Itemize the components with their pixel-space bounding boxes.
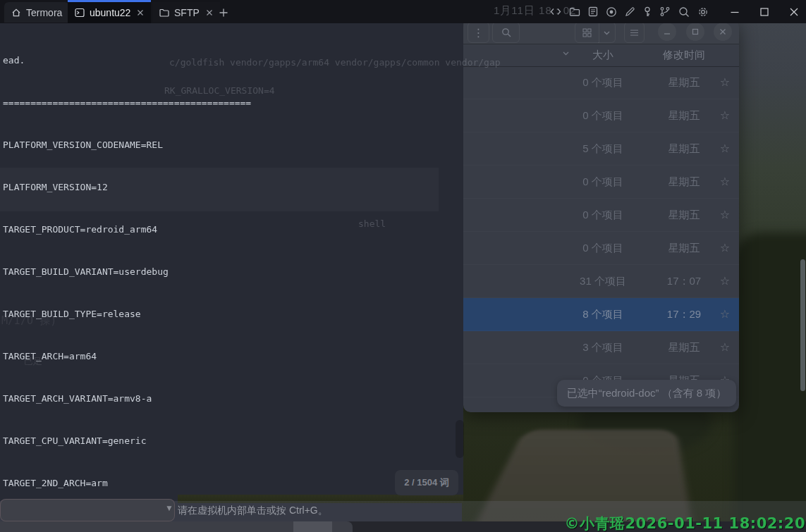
app-titlebar: 1月11日 18：02 Termora ubuntu22 SFTP bbox=[0, 0, 806, 23]
table-row[interactable]: 31 个项目 17：07 ☆ bbox=[463, 265, 739, 298]
word-count-badge: 2 / 1504 词 bbox=[395, 470, 458, 495]
new-tab-button[interactable] bbox=[212, 2, 236, 23]
kebab-menu-button[interactable]: ⋮ bbox=[468, 22, 489, 43]
minimize-button[interactable] bbox=[730, 7, 740, 17]
modified-cell: 星期五 bbox=[652, 199, 716, 231]
hamburger-icon bbox=[630, 29, 639, 37]
fm-main-menu-button[interactable] bbox=[624, 22, 645, 43]
column-header-size[interactable]: 大小 bbox=[568, 44, 638, 66]
star-icon[interactable]: ☆ bbox=[714, 99, 735, 132]
modified-cell: 星期五 bbox=[652, 166, 716, 198]
tab-label: ubuntu22 bbox=[90, 7, 130, 18]
size-cell: 5 个项目 bbox=[568, 132, 638, 165]
dropdown-caret-icon[interactable]: ▼ bbox=[165, 503, 173, 513]
table-row[interactable]: 0 个项目 星期五 ☆ bbox=[463, 99, 739, 132]
tab-ubuntu22[interactable]: ubuntu22 bbox=[68, 0, 151, 23]
modified-cell: 17：29 bbox=[652, 298, 716, 330]
fm-minimize-button[interactable] bbox=[658, 23, 676, 41]
modified-cell: 星期五 bbox=[652, 331, 716, 364]
table-row[interactable]: 0 个项目 星期五 ☆ bbox=[463, 199, 739, 232]
star-icon[interactable]: ☆ bbox=[714, 232, 735, 264]
grid-view-icon bbox=[582, 28, 592, 37]
code-icon[interactable] bbox=[550, 6, 561, 17]
folder-icon[interactable] bbox=[569, 7, 580, 17]
size-cell: 31 个项目 bbox=[568, 265, 638, 297]
tab-close-icon[interactable] bbox=[137, 9, 144, 16]
minimize-icon bbox=[664, 28, 671, 35]
modified-cell: 星期五 bbox=[652, 232, 716, 264]
search-icon[interactable] bbox=[678, 6, 690, 18]
star-icon[interactable]: ☆ bbox=[714, 265, 735, 297]
star-icon[interactable]: ☆ bbox=[714, 199, 735, 231]
taskbar-item[interactable] bbox=[293, 521, 332, 532]
terminal-icon bbox=[75, 8, 85, 18]
search-icon bbox=[501, 27, 511, 37]
file-list-header: 大小 修改时间 bbox=[463, 44, 739, 67]
size-cell: 0 个项目 bbox=[568, 166, 638, 198]
star-icon[interactable]: ☆ bbox=[714, 331, 735, 364]
star-icon[interactable]: ☆ bbox=[714, 132, 735, 165]
selection-status-toast: 已选中“redroid-doc” （含有 8 项） bbox=[557, 380, 736, 407]
view-options-dropdown[interactable] bbox=[598, 22, 616, 43]
table-row-selected[interactable]: 8 个项目 17：29 ☆ bbox=[463, 298, 739, 331]
modified-cell: 星期五 bbox=[652, 132, 716, 165]
tab-label: SFTP bbox=[174, 7, 200, 18]
pencil-icon[interactable] bbox=[625, 6, 635, 17]
key-icon[interactable] bbox=[643, 6, 652, 18]
watermark-timestamp: ©小青瑶2026-01-11 18:02:20 bbox=[564, 514, 805, 532]
maximize-button[interactable] bbox=[759, 7, 769, 17]
tab-sftp[interactable]: SFTP bbox=[152, 2, 220, 23]
table-row[interactable]: 3 个项目 星期五 ☆ bbox=[463, 331, 739, 364]
terminal-panel[interactable] bbox=[0, 23, 463, 502]
chevron-down-icon bbox=[603, 29, 611, 37]
file-list: 0 个项目 星期五 ☆ 0 个项目 星期五 ☆ 5 个项目 星期五 ☆ 0 个项… bbox=[463, 66, 739, 397]
folder-icon bbox=[159, 8, 169, 17]
kebab-icon: ⋮ bbox=[473, 26, 484, 39]
record-icon[interactable] bbox=[606, 6, 617, 18]
terminal-scrollbar[interactable] bbox=[456, 420, 464, 458]
table-row[interactable]: 0 个项目 星期五 ☆ bbox=[463, 166, 739, 199]
fm-maximize-button[interactable] bbox=[686, 23, 704, 41]
maximize-icon bbox=[692, 28, 699, 35]
tab-label: Termora bbox=[26, 7, 62, 18]
modified-cell: 17：07 bbox=[652, 265, 716, 297]
wallpaper-trees bbox=[733, 233, 806, 532]
document-icon[interactable] bbox=[588, 6, 598, 17]
modified-cell: 星期五 bbox=[652, 66, 716, 99]
column-header-modified[interactable]: 修改时间 bbox=[652, 44, 716, 66]
fm-close-button[interactable] bbox=[714, 23, 732, 41]
fm-search-button[interactable] bbox=[492, 22, 520, 43]
size-cell: 8 个项目 bbox=[568, 298, 638, 330]
branch-icon[interactable] bbox=[659, 6, 671, 17]
screen-edge-scrollbar[interactable] bbox=[800, 259, 805, 391]
plus-icon bbox=[219, 8, 228, 18]
titlebar-toolbar bbox=[550, 0, 709, 23]
size-cell: 3 个项目 bbox=[568, 331, 638, 364]
star-icon[interactable]: ☆ bbox=[714, 298, 735, 330]
table-row[interactable]: 5 个项目 星期五 ☆ bbox=[463, 132, 739, 166]
close-button[interactable] bbox=[789, 7, 799, 17]
gear-icon[interactable] bbox=[697, 6, 709, 18]
star-icon[interactable]: ☆ bbox=[714, 166, 735, 198]
size-cell: 0 个项目 bbox=[568, 66, 638, 99]
size-cell: 0 个项目 bbox=[568, 199, 638, 231]
grid-view-button[interactable] bbox=[575, 22, 599, 43]
table-row[interactable]: 0 个项目 星期五 ☆ bbox=[463, 232, 739, 265]
modified-cell: 星期五 bbox=[652, 99, 716, 132]
table-row[interactable]: 0 个项目 星期五 ☆ bbox=[463, 66, 739, 99]
vmware-toolbar-tab[interactable] bbox=[0, 499, 175, 521]
vmware-grab-message: 请在虚拟机内部单击或按 Ctrl+G。 bbox=[178, 505, 328, 517]
home-icon bbox=[11, 8, 21, 18]
size-cell: 0 个项目 bbox=[568, 232, 638, 264]
screen: ⋮ bbox=[0, 0, 806, 532]
window-controls bbox=[730, 0, 799, 23]
file-manager-titlebar: ⋮ bbox=[463, 20, 739, 44]
tab-termora-home[interactable]: Termora bbox=[4, 2, 69, 23]
file-manager-window: ⋮ bbox=[463, 20, 739, 412]
star-icon[interactable]: ☆ bbox=[714, 66, 735, 99]
size-cell: 0 个项目 bbox=[568, 99, 638, 132]
close-icon bbox=[719, 28, 726, 35]
